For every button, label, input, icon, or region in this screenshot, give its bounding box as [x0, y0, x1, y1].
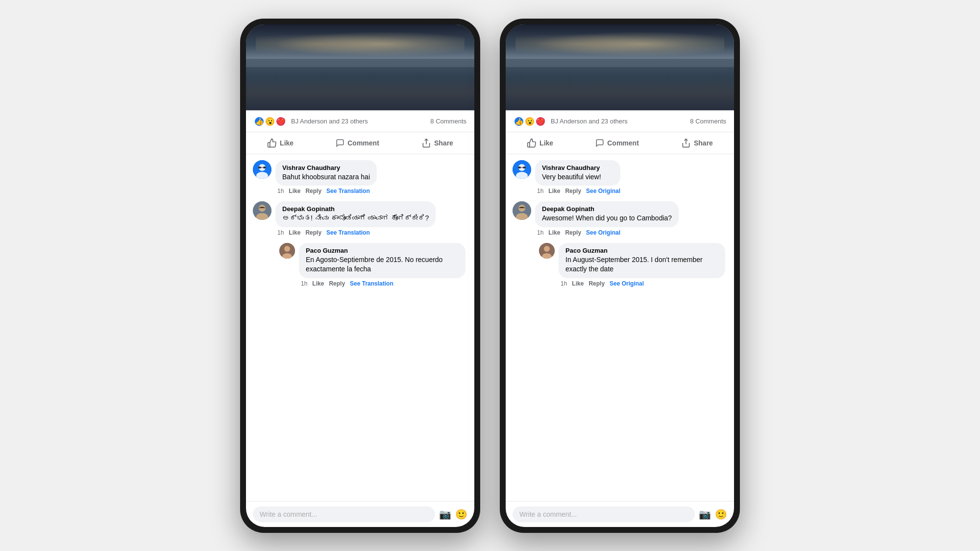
comment-input-left[interactable]: Write a comment... — [253, 506, 435, 522]
comments-section-left: Vishrav Chaudhary Bahut khoobsurat nazar… — [246, 154, 474, 501]
comment-row-vishrav-right: Vishrav Chaudhary Very beautiful view! 1… — [513, 160, 727, 195]
comment-paco-left: Paco Guzman En Agosto-Septiembre de 2015… — [275, 243, 467, 287]
avatar-vishrav-right — [513, 160, 531, 179]
comment-input-area-left: Write a comment... 📷 🙂 — [246, 501, 474, 527]
like-action-vishrav-right[interactable]: Like — [548, 188, 560, 194]
love-reaction: ❤️ — [275, 116, 286, 127]
translate-paco-left[interactable]: See Translation — [350, 280, 393, 287]
like-icon-right — [527, 138, 537, 148]
phone-left-screen: 👍 😮 ❤️ BJ Anderson and 23 others 8 Comme… — [246, 24, 474, 527]
reply-action-paco-left[interactable]: Reply — [329, 280, 345, 287]
comment-row-paco-left: Paco Guzman En Agosto-Septiembre de 2015… — [275, 243, 467, 287]
translate-paco-right[interactable]: See Original — [610, 280, 644, 287]
text-deepak-right: Awesome! When did you go to Cambodia? — [542, 214, 672, 223]
avatar-paco-svg — [279, 243, 295, 259]
bubble-vishrav-left: Vishrav Chaudhary Bahut khoobsurat nazar… — [275, 160, 377, 186]
comment-label-left: Comment — [347, 139, 379, 147]
like-action-paco-left[interactable]: Like — [312, 280, 324, 287]
camera-icon-right[interactable]: 📷 — [699, 508, 711, 520]
share-button-left[interactable]: Share — [414, 134, 461, 152]
actions-paco-right: 1h Like Reply See Original — [559, 280, 725, 287]
translate-vishrav-right[interactable]: See Original — [586, 188, 620, 194]
reactions-left-right: 👍 😮 ❤️ BJ Anderson and 23 others — [514, 116, 628, 127]
bubble-vishrav-right: Vishrav Chaudhary Very beautiful view! — [535, 160, 620, 186]
reaction-count-right: BJ Anderson and 23 others — [551, 118, 628, 125]
wow-reaction: 😮 — [265, 116, 275, 127]
share-icon-right — [681, 138, 691, 148]
comment-content-deepak-right: Deepak Gopinath Awesome! When did you go… — [535, 201, 679, 236]
text-paco-left: En Agosto-Septiembre de 2015. No recuerd… — [306, 255, 459, 274]
avatar-paco-right — [539, 243, 555, 259]
svg-point-24 — [544, 246, 550, 252]
camera-icon-left[interactable]: 📷 — [439, 508, 451, 520]
svg-rect-4 — [258, 167, 261, 168]
share-button-right[interactable]: Share — [673, 134, 721, 152]
translate-deepak-right[interactable]: See Original — [586, 229, 620, 236]
time-paco-left: 1h — [301, 280, 307, 287]
share-icon-left — [421, 138, 431, 148]
photo-reflection-right — [506, 59, 734, 110]
post-photo-left — [246, 24, 474, 110]
like-label-left: Like — [280, 139, 294, 147]
like-icon-left — [267, 138, 277, 148]
phone-right: 👍 😮 ❤️ BJ Anderson and 23 others 8 Comme… — [500, 19, 740, 533]
comment-deepak-left: Deepak Gopinath ಅದ್ಭುತ! ನೀವು ಕಾಂಬೋಡಿಯಾಗೆ… — [253, 201, 467, 236]
avatar-vishrav-left — [253, 160, 271, 179]
name-deepak-right: Deepak Gopinath — [542, 205, 672, 213]
svg-rect-5 — [263, 167, 266, 168]
comment-button-left[interactable]: Comment — [328, 135, 387, 151]
comment-icon-right — [595, 139, 604, 147]
comment-icon-left — [336, 139, 344, 147]
actions-vishrav-left: 1h Like Reply See Translation — [275, 188, 377, 194]
translate-vishrav-left[interactable]: See Translation — [326, 188, 370, 194]
reactions-bar-right: 👍 😮 ❤️ BJ Anderson and 23 others 8 Comme… — [506, 111, 734, 132]
svg-rect-17 — [518, 167, 521, 168]
photo-clouds-right — [515, 29, 724, 59]
bubble-paco-left: Paco Guzman En Agosto-Septiembre de 2015… — [299, 243, 466, 278]
comments-section-right: Vishrav Chaudhary Very beautiful view! 1… — [506, 154, 734, 501]
reply-action-vishrav-right[interactable]: Reply — [565, 188, 581, 194]
photo-reflection — [246, 59, 474, 110]
like-button-left[interactable]: Like — [259, 134, 301, 152]
comment-count-left: 8 Comments — [430, 118, 466, 125]
like-button-right[interactable]: Like — [519, 134, 561, 152]
photo-clouds — [256, 29, 465, 59]
reply-action-paco-right[interactable]: Reply — [588, 280, 605, 287]
comment-input-right[interactable]: Write a comment... — [513, 506, 695, 522]
like-reaction: 👍 — [254, 116, 265, 127]
text-vishrav-left: Bahut khoobsurat nazara hai — [282, 172, 370, 182]
bubble-paco-right: Paco Guzman In August-September 2015. I … — [559, 243, 725, 278]
like-action-deepak-right[interactable]: Like — [548, 229, 560, 236]
emoji-icon-left[interactable]: 🙂 — [455, 508, 467, 520]
reactions-left: 👍 😮 ❤️ BJ Anderson and 23 others — [254, 116, 368, 127]
text-paco-right: In August-September 2015. I don't rememb… — [565, 255, 718, 274]
phone-right-screen: 👍 😮 ❤️ BJ Anderson and 23 others 8 Comme… — [506, 24, 734, 527]
comment-vishrav-left: Vishrav Chaudhary Bahut khoobsurat nazar… — [253, 160, 467, 195]
svg-rect-18 — [523, 167, 526, 168]
post-photo-right — [506, 24, 734, 110]
comment-row-deepak-left: Deepak Gopinath ಅದ್ಭುತ! ನೀವು ಕಾಂಬೋಡಿಯಾಗೆ… — [253, 201, 467, 236]
like-action-vishrav-left[interactable]: Like — [289, 188, 300, 194]
time-vishrav-right: 1h — [537, 188, 543, 194]
like-action-deepak-left[interactable]: Like — [289, 229, 300, 236]
comment-content-paco-right: Paco Guzman In August-September 2015. I … — [559, 243, 725, 287]
translate-deepak-left[interactable]: See Translation — [326, 229, 370, 236]
time-deepak-left: 1h — [277, 229, 284, 236]
emoji-icon-right[interactable]: 🙂 — [715, 508, 727, 520]
avatar-deepak-svg-r — [513, 201, 531, 220]
name-vishrav-right: Vishrav Chaudhary — [542, 164, 613, 171]
avatar-deepak-left — [253, 201, 271, 220]
actions-vishrav-right: 1h Like Reply See Original — [535, 188, 620, 194]
avatar-paco-left — [279, 243, 295, 259]
reply-action-deepak-right[interactable]: Reply — [565, 229, 581, 236]
text-vishrav-right: Very beautiful view! — [542, 172, 613, 182]
time-vishrav-left: 1h — [277, 188, 284, 194]
like-action-paco-right[interactable]: Like — [572, 280, 584, 287]
comment-paco-right: Paco Guzman In August-September 2015. I … — [535, 243, 727, 287]
bubble-deepak-right: Deepak Gopinath Awesome! When did you go… — [535, 201, 679, 227]
reply-action-deepak-left[interactable]: Reply — [305, 229, 321, 236]
reply-action-vishrav-left[interactable]: Reply — [305, 188, 321, 194]
comment-button-right[interactable]: Comment — [588, 135, 647, 151]
comment-deepak-right: Deepak Gopinath Awesome! When did you go… — [513, 201, 727, 236]
text-deepak-left: ಅದ್ಭುತ! ನೀವು ಕಾಂಬೋಡಿಯಾಗೆ ಯಾವಾಗ ಹೋಗಿದ್ದೀರ… — [282, 214, 429, 223]
